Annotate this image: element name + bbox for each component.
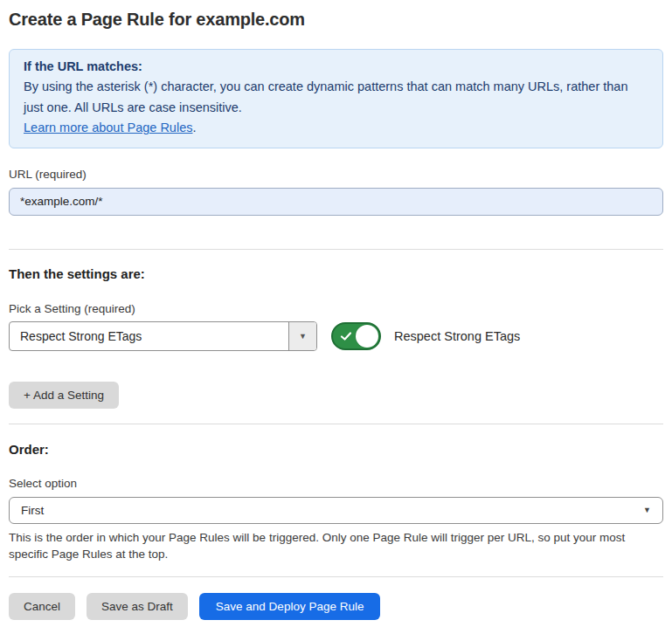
check-icon [339,329,353,343]
page-title: Create a Page Rule for example.com [9,10,663,30]
url-field-label: URL (required) [9,168,663,181]
toggle-label: Respect Strong ETags [394,329,520,343]
settings-section-heading: Then the settings are: [9,266,663,281]
toggle-knob [356,325,378,348]
setting-row: Respect Strong ETags ▼ Respect Strong ET… [9,321,663,351]
order-section-heading: Order: [9,442,663,457]
create-page-rule-form: Create a Page Rule for example.com If th… [0,0,672,620]
order-select[interactable]: First ▼ [9,497,663,524]
save-as-draft-button[interactable]: Save as Draft [87,593,188,620]
setting-select-arrow[interactable]: ▼ [288,322,316,350]
link-suffix: . [192,121,196,134]
learn-more-link[interactable]: Learn more about Page Rules [24,121,192,134]
order-select-label: Select option [9,477,663,490]
order-help-text: This is the order in which your Page Rul… [9,529,655,563]
add-setting-button[interactable]: + Add a Setting [9,382,119,409]
chevron-down-icon: ▼ [299,332,307,341]
url-match-info-box: If the URL matches: By using the asteris… [9,49,663,148]
divider [9,249,663,250]
pick-setting-label: Pick a Setting (required) [9,302,663,315]
order-select-value: First [21,504,44,517]
save-and-deploy-button[interactable]: Save and Deploy Page Rule [199,593,381,620]
url-input[interactable] [9,188,663,216]
divider [9,424,663,424]
form-actions: Cancel Save as Draft Save and Deploy Pag… [9,593,663,620]
info-box-link-line: Learn more about Page Rules. [24,118,648,138]
info-box-heading: If the URL matches: [24,57,648,77]
cancel-button[interactable]: Cancel [9,593,75,620]
chevron-down-icon: ▼ [643,506,651,514]
setting-select-value: Respect Strong ETags [10,322,288,350]
setting-select[interactable]: Respect Strong ETags ▼ [9,321,317,351]
info-box-body: By using the asterisk (*) character, you… [24,77,648,118]
setting-toggle[interactable] [331,322,381,350]
divider [9,576,663,577]
